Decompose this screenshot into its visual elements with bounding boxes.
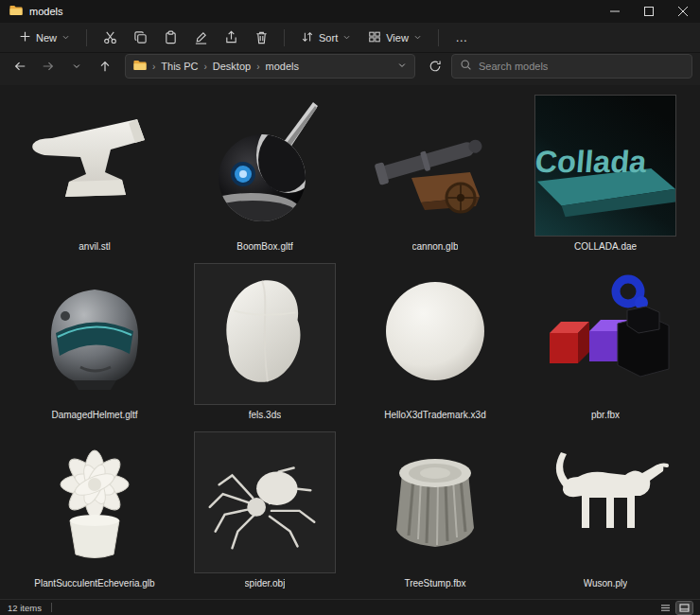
cannon-thumbnail xyxy=(364,95,506,237)
file-item-fels[interactable]: fels.3ds xyxy=(180,259,350,428)
files-grid: anvil.stl xyxy=(9,91,691,596)
cut-button[interactable] xyxy=(96,26,124,49)
file-label: Wuson.ply xyxy=(584,578,628,589)
file-item-damaged-helmet[interactable]: DamagedHelmet.gltf xyxy=(9,259,180,428)
new-button-label: New xyxy=(36,32,57,44)
toolbar-separator xyxy=(438,29,439,46)
search-input[interactable] xyxy=(479,61,684,72)
chevron-down-icon xyxy=(342,32,351,44)
file-label: pbr.fbx xyxy=(591,410,620,420)
anvil-thumbnail xyxy=(24,95,166,237)
back-button[interactable] xyxy=(8,54,32,79)
file-item-cannon[interactable]: cannon.glb xyxy=(350,91,520,259)
breadcrumb-separator: › xyxy=(203,62,206,72)
more-options-button[interactable]: … xyxy=(447,26,476,49)
pbr-thumbnail xyxy=(534,263,676,405)
items-count: 12 items xyxy=(8,603,42,613)
plus-icon xyxy=(19,30,31,44)
view-grid-icon xyxy=(368,30,381,45)
file-label: cannon.glb xyxy=(412,241,459,252)
file-item-anvil[interactable]: anvil.stl xyxy=(9,91,180,259)
up-button[interactable] xyxy=(93,54,117,79)
file-label: anvil.stl xyxy=(79,241,110,252)
file-item-spider[interactable]: spider.obj xyxy=(180,428,350,596)
fels-thumbnail xyxy=(194,263,336,405)
minimize-button[interactable] xyxy=(598,0,632,23)
file-label: spider.obj xyxy=(245,578,286,589)
file-label: BoomBox.gltf xyxy=(236,241,292,252)
file-item-hellox3d[interactable]: HelloX3dTrademark.x3d xyxy=(350,259,520,428)
status-bar: 12 items xyxy=(0,599,700,615)
search-box[interactable] xyxy=(451,54,692,79)
refresh-button[interactable] xyxy=(423,54,447,79)
window-title: models xyxy=(29,6,62,17)
breadcrumb-separator: › xyxy=(152,62,155,72)
file-list-area: anvil.stl xyxy=(0,85,700,599)
rename-button[interactable] xyxy=(186,26,215,49)
chevron-down-icon xyxy=(413,32,422,44)
file-item-treestump[interactable]: TreeStump.fbx xyxy=(350,428,520,596)
file-item-wuson[interactable]: Wuson.ply xyxy=(520,428,691,596)
sort-button[interactable]: Sort xyxy=(293,26,359,49)
file-label: TreeStump.fbx xyxy=(404,578,465,589)
forward-button[interactable] xyxy=(36,54,61,79)
collada-thumbnail: Collada xyxy=(534,95,676,237)
maximize-button[interactable] xyxy=(632,0,666,23)
delete-button[interactable] xyxy=(247,26,275,49)
title-bar: models xyxy=(0,0,700,23)
explorer-window: models New xyxy=(0,0,700,615)
toolbar-separator xyxy=(284,29,285,46)
sort-icon xyxy=(301,30,314,45)
address-bar: › This PC › Desktop › models xyxy=(0,53,700,85)
copy-button[interactable] xyxy=(126,26,154,49)
folder-icon xyxy=(133,60,147,73)
large-thumbnails-view-button[interactable] xyxy=(676,602,692,614)
breadcrumb-item-models[interactable]: models xyxy=(266,61,299,72)
ellipsis-icon: … xyxy=(455,30,467,44)
search-icon xyxy=(460,58,472,75)
treestump-thumbnail xyxy=(364,431,506,573)
succulent-thumbnail xyxy=(24,431,166,573)
close-button[interactable] xyxy=(666,0,700,23)
boombox-thumbnail xyxy=(194,95,336,237)
sphere-thumbnail xyxy=(364,263,506,405)
file-label: fels.3ds xyxy=(249,410,281,420)
breadcrumb-item-desktop[interactable]: Desktop xyxy=(213,61,251,72)
status-separator xyxy=(51,603,52,612)
view-button-label: View xyxy=(386,32,409,44)
file-label: PlantSucculentEcheveria.glb xyxy=(34,578,154,589)
spider-thumbnail xyxy=(194,431,336,573)
file-label: HelloX3dTrademark.x3d xyxy=(384,410,485,420)
breadcrumb[interactable]: › This PC › Desktop › models xyxy=(125,54,415,79)
file-label: DamagedHelmet.gltf xyxy=(51,410,137,420)
chevron-down-icon xyxy=(61,32,70,44)
details-view-button[interactable] xyxy=(657,602,674,614)
command-toolbar: New Sort View xyxy=(0,23,700,53)
toolbar-separator xyxy=(86,29,87,46)
file-label: COLLADA.dae xyxy=(574,241,637,252)
breadcrumb-separator: › xyxy=(256,62,259,72)
breadcrumb-item-this-pc[interactable]: This PC xyxy=(161,61,198,72)
file-item-pbr[interactable]: pbr.fbx xyxy=(520,259,691,428)
recent-locations-button[interactable] xyxy=(64,54,89,79)
address-dropdown-chevron-icon[interactable] xyxy=(397,61,407,72)
file-item-boombox[interactable]: BoomBox.gltf xyxy=(180,91,350,259)
svg-text:Collada: Collada xyxy=(535,144,649,179)
paste-button[interactable] xyxy=(156,26,184,49)
sort-button-label: Sort xyxy=(319,32,338,44)
file-item-plant-succulent[interactable]: PlantSucculentEcheveria.glb xyxy=(9,428,180,596)
folder-icon xyxy=(9,3,23,20)
wuson-thumbnail xyxy=(534,431,676,573)
share-button[interactable] xyxy=(217,26,245,49)
file-item-collada[interactable]: Collada COLLADA.dae xyxy=(520,91,691,259)
damaged-helmet-thumbnail xyxy=(24,263,166,405)
view-button[interactable]: View xyxy=(360,26,429,49)
new-button[interactable]: New xyxy=(11,26,78,48)
